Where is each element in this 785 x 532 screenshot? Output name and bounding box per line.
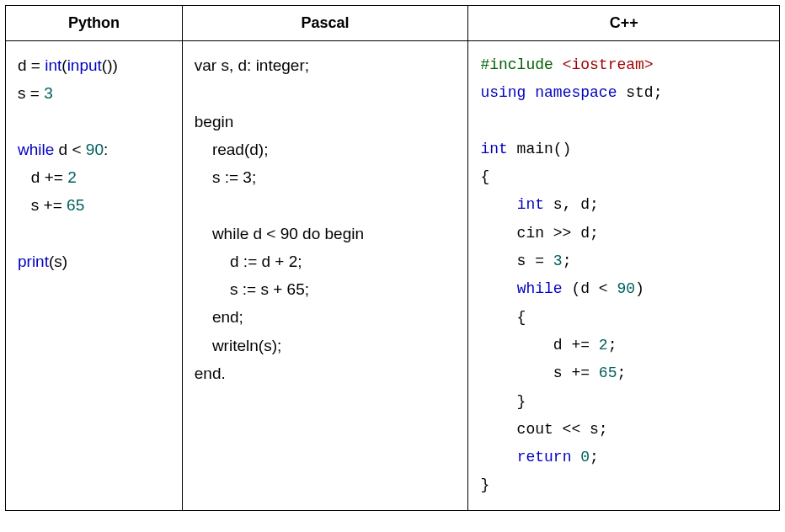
python-code: d = int(input()) s = 3 while d < 90: d +… [18,51,170,275]
code-comparison-table: Python Pascal C++ d = int(input()) s = 3… [5,5,780,511]
header-python: Python [6,6,183,41]
python-cell: d = int(input()) s = 3 while d < 90: d +… [6,41,183,511]
cpp-cell: #include <iostream> using namespace std;… [468,41,780,511]
header-pascal: Pascal [182,6,468,41]
pascal-code: var s, d: integer; begin read(d); s := 3… [195,51,457,387]
code-row: d = int(input()) s = 3 while d < 90: d +… [6,41,780,511]
cpp-code: #include <iostream> using namespace std;… [480,51,767,500]
header-row: Python Pascal C++ [6,6,780,41]
pascal-cell: var s, d: integer; begin read(d); s := 3… [182,41,468,511]
header-cpp: C++ [468,6,780,41]
